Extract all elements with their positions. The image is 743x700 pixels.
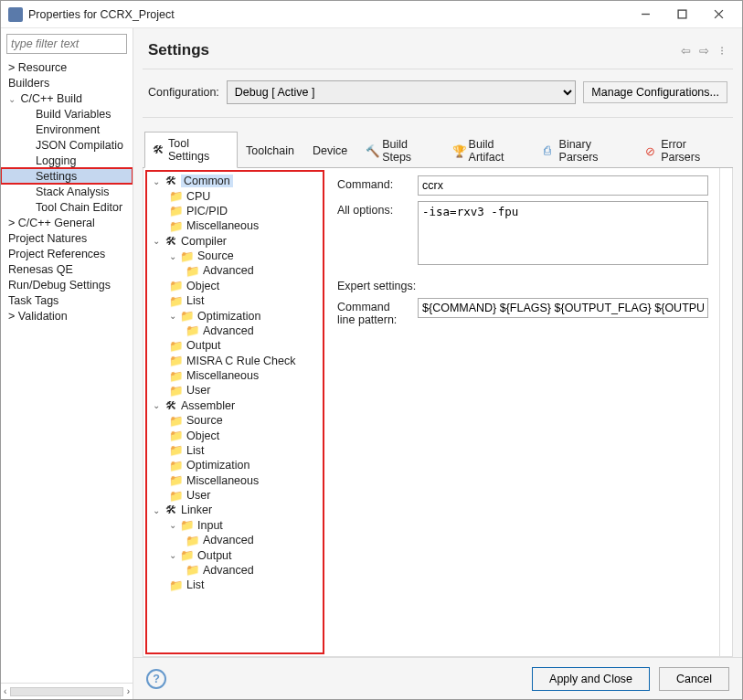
- nav-item-tce[interactable]: Tool Chain Editor: [1, 199, 133, 215]
- tree-misc[interactable]: 📁Miscellaneous: [147, 218, 323, 233]
- folder-icon: 📁: [169, 430, 184, 442]
- close-button[interactable]: [700, 2, 737, 27]
- tree-opt-adv[interactable]: 📁Advanced: [147, 323, 323, 338]
- nav-item-builders[interactable]: Builders: [1, 75, 133, 90]
- nav-item-stack[interactable]: Stack Analysis: [1, 184, 133, 199]
- tab-buildartifact[interactable]: 🏆Build Artifact: [444, 132, 536, 168]
- folder-icon: 📁: [180, 519, 195, 532]
- nav-item-renesas[interactable]: Renesas QE: [1, 261, 133, 277]
- folder-icon: 📁: [169, 280, 184, 292]
- wrench-icon: 🛠: [164, 175, 178, 187]
- command-label: Command:: [337, 175, 410, 191]
- tree-asm-user[interactable]: 📁User: [147, 488, 323, 503]
- cancel-button[interactable]: Cancel: [659, 667, 729, 691]
- folder-icon: 📁: [169, 578, 184, 591]
- nav-item-json[interactable]: JSON Compilatio: [1, 137, 133, 153]
- menu-icon[interactable]: ⁝: [715, 43, 729, 58]
- tree-output[interactable]: 📁Output: [147, 338, 323, 353]
- vscroll[interactable]: [719, 168, 732, 656]
- tab-toolchain[interactable]: Toolchain: [238, 132, 304, 168]
- tool-tree[interactable]: ⌄🛠Common 📁CPU 📁PIC/PID 📁Miscellaneous ⌄🛠…: [147, 174, 323, 593]
- maximize-button[interactable]: [663, 2, 700, 27]
- tab-device[interactable]: Device: [304, 132, 357, 168]
- command-input[interactable]: [418, 175, 708, 196]
- nav-item-logging[interactable]: Logging: [1, 153, 133, 168]
- tab-buildsteps[interactable]: 🔨Build Steps: [357, 132, 443, 168]
- hammer-icon: 🔨: [366, 144, 378, 157]
- folder-icon: 📁: [169, 369, 184, 382]
- help-button[interactable]: ?: [146, 669, 166, 689]
- tree-opt[interactable]: ⌄📁Optimization: [147, 308, 323, 323]
- tree-out-adv[interactable]: 📁Advanced: [147, 563, 323, 578]
- folder-icon: 📁: [186, 264, 200, 277]
- window-title: Properties for CCRX_Project: [28, 8, 627, 21]
- tab-errorparsers[interactable]: ⊘Error Parsers: [637, 132, 733, 168]
- tree-lnk-list[interactable]: 📁List: [147, 578, 323, 592]
- tree-input[interactable]: ⌄📁Input: [147, 518, 323, 533]
- tree-misc2[interactable]: 📁Miscellaneous: [147, 368, 323, 383]
- folder-icon: 📁: [169, 339, 184, 352]
- folder-icon: 📁: [169, 414, 184, 427]
- wrench-icon: 🛠: [164, 399, 178, 412]
- back-icon[interactable]: ⇦: [678, 43, 693, 58]
- config-select[interactable]: Debug [ Active ]: [227, 80, 577, 104]
- tree-misra[interactable]: 📁MISRA C Rule Check: [147, 354, 323, 368]
- pattern-label: Command line pattern:: [337, 298, 410, 326]
- tree-object[interactable]: 📁Object: [147, 279, 323, 293]
- wrench-icon: 🛠: [153, 143, 165, 156]
- nav-item-natures[interactable]: Project Natures: [1, 230, 133, 246]
- nav-item-tasktags[interactable]: Task Tags: [1, 292, 133, 308]
- filter-input[interactable]: [6, 34, 127, 54]
- nav-item-rundebug[interactable]: Run/Debug Settings: [1, 277, 133, 292]
- tree-asm-obj[interactable]: 📁Object: [147, 428, 323, 442]
- nav-item-resource[interactable]: > Resource: [1, 59, 133, 75]
- nav-item-refs[interactable]: Project References: [1, 246, 133, 261]
- tab-bar: 🛠Tool Settings Toolchain Device 🔨Build S…: [143, 131, 733, 168]
- tree-asm-list[interactable]: 📁List: [147, 443, 323, 458]
- tree-user[interactable]: 📁User: [147, 383, 323, 398]
- wrench-icon: 🛠: [164, 235, 178, 248]
- nav-item-ccgeneral[interactable]: > C/C++ General: [1, 215, 133, 230]
- tree-assembler[interactable]: ⌄🛠Assembler: [147, 398, 323, 413]
- tree-input-adv[interactable]: 📁Advanced: [147, 533, 323, 547]
- tree-picpid[interactable]: 📁PIC/PID: [147, 204, 323, 218]
- nav-item-buildvars[interactable]: Build Variables: [1, 106, 133, 122]
- tree-compiler[interactable]: ⌄🛠Compiler: [147, 234, 323, 249]
- nav-tree[interactable]: > Resource Builders ⌄ C/C++ Build Build …: [1, 59, 133, 683]
- nav-item-settings[interactable]: Settings: [1, 168, 133, 184]
- folder-icon: 📁: [169, 205, 184, 217]
- minimize-button[interactable]: [627, 2, 663, 27]
- nav-item-env[interactable]: Environment: [1, 122, 133, 137]
- manage-config-button[interactable]: Manage Configurations...: [583, 81, 727, 103]
- folder-icon: 📁: [169, 474, 184, 487]
- forward-icon[interactable]: ⇨: [696, 43, 711, 58]
- folder-icon: 📁: [169, 489, 184, 502]
- config-label: Configuration:: [148, 86, 219, 99]
- apply-close-button[interactable]: Apply and Close: [532, 667, 650, 691]
- folder-icon: 📁: [186, 324, 200, 337]
- tree-common[interactable]: ⌄🛠Common: [147, 174, 323, 188]
- tree-list[interactable]: 📁List: [147, 293, 323, 308]
- nav-item-ccbuild[interactable]: ⌄ C/C++ Build: [1, 90, 133, 106]
- expert-label: Expert settings:: [337, 280, 708, 292]
- tab-binaryparsers[interactable]: ⎙Binary Parsers: [536, 132, 638, 168]
- folder-icon: 📁: [169, 444, 184, 457]
- tree-asm-opt[interactable]: 📁Optimization: [147, 458, 323, 472]
- tree-asm-src[interactable]: 📁Source: [147, 413, 323, 428]
- alloptions-text: -isa=rxv3 -fpu: [418, 201, 708, 265]
- nav-item-validation[interactable]: > Validation: [1, 308, 133, 323]
- tree-asm-misc[interactable]: 📁Miscellaneous: [147, 473, 323, 488]
- folder-icon: 📁: [180, 310, 195, 323]
- tree-cpu[interactable]: 📁CPU: [147, 188, 323, 203]
- tree-linker[interactable]: ⌄🛠Linker: [147, 503, 323, 517]
- parser-icon: ⎙: [544, 144, 556, 157]
- folder-icon: 📁: [169, 355, 184, 367]
- tree-advanced[interactable]: 📁Advanced: [147, 263, 323, 278]
- pattern-input[interactable]: [418, 298, 708, 318]
- tree-source[interactable]: ⌄📁Source: [147, 249, 323, 263]
- tree-lnk-output[interactable]: ⌄📁Output: [147, 547, 323, 562]
- folder-icon: 📁: [169, 190, 184, 203]
- folder-icon: 📁: [180, 549, 195, 562]
- sidebar-hscroll[interactable]: ‹›: [1, 683, 133, 699]
- tab-toolsettings[interactable]: 🛠Tool Settings: [144, 132, 238, 168]
